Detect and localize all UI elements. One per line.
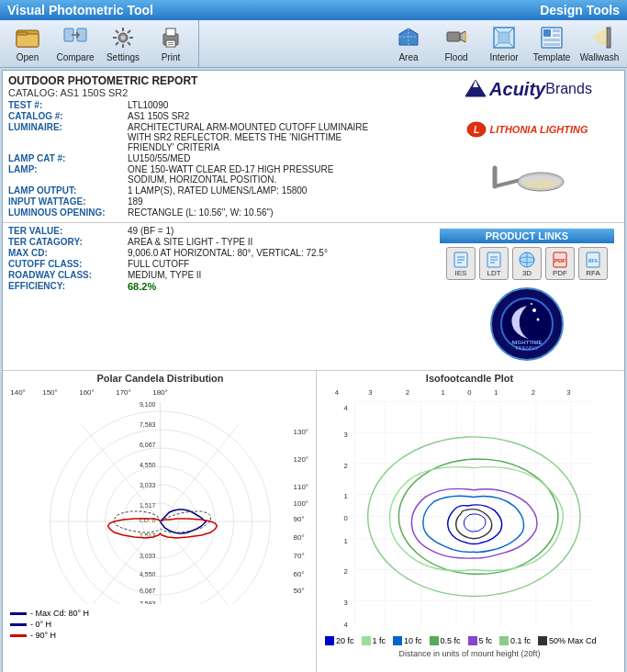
luminous-opening-label: LUMINOUS OPENING: — [8, 207, 128, 218]
area-icon — [396, 25, 421, 50]
settings-button[interactable]: Settings — [99, 22, 147, 66]
svg-rect-2 — [17, 32, 28, 35]
rfa-link-button[interactable]: RFA RFA — [578, 247, 608, 280]
compare-button[interactable]: Compare — [51, 22, 99, 66]
svg-point-22 — [463, 32, 468, 41]
svg-point-59 — [532, 308, 536, 312]
roadway-class-value: MEDIUM, TYPE II — [128, 270, 201, 280]
left-details: TER VALUE: 49 (BF = 1) TER CATAGORY: ARE… — [8, 225, 435, 368]
nighttime-badge-graphic: NIGHTTIME FRIENDLY — [499, 297, 554, 352]
max-cd-row: MAX CD: 9,006.0 AT HORIZONTAL: 80°, VERT… — [8, 248, 435, 258]
ies-link-button[interactable]: IES — [446, 247, 476, 280]
iso-legend-5fc: 5 fc — [468, 636, 493, 645]
svg-rect-1 — [17, 34, 39, 47]
svg-text:RFA: RFA — [588, 258, 598, 263]
catalog-line: CATALOG: AS1 150S SR2 — [8, 87, 435, 98]
svg-rect-31 — [553, 29, 560, 32]
3d-icon — [518, 251, 536, 269]
iso-label-10fc: 10 fc — [404, 636, 422, 645]
template-button[interactable]: Template — [528, 22, 576, 66]
acuity-brands-logo: AcuityBrands — [462, 78, 592, 100]
lithonia-logo: L LITHONIA LIGHTING — [465, 120, 588, 139]
nighttime-badge: NIGHTTIME FRIENDLY — [490, 287, 564, 361]
flood-icon — [443, 25, 469, 50]
roadway-class-label: ROADWAY CLASS: — [8, 270, 128, 280]
cutoff-class-row: CUTOFF CLASS: FULL CUTOFF — [8, 259, 435, 269]
iso-legend-0p5fc: 0.5 fc — [430, 636, 461, 645]
ldt-icon — [485, 251, 503, 269]
lamp-cat-value: LU150/55/MED — [128, 153, 190, 163]
svg-rect-28 — [498, 32, 509, 43]
iso-label-50maxcd: 50% Max Cd — [549, 636, 597, 645]
svg-rect-17 — [166, 28, 175, 36]
pdf-icon: PDF — [551, 251, 569, 269]
ldt-link-button[interactable]: LDT — [479, 247, 509, 280]
iso-chart-title: Isofootcandle Plot — [319, 373, 621, 384]
iso-label-0p1fc: 0.1 fc — [510, 636, 531, 645]
catalog-label: CATALOG #: — [8, 111, 128, 121]
main-content: OUTDOOR PHOTOMETRIC REPORT CATALOG: AS1 … — [2, 70, 625, 672]
fixture-image — [486, 159, 568, 218]
3d-link-button[interactable]: 3D — [512, 247, 542, 280]
svg-text:120°: 120° — [294, 455, 309, 464]
legend-label-0h: - 0° H — [30, 620, 51, 629]
legend-label-max-cd: - Max Cd: 80° H — [30, 609, 89, 618]
roadway-class-row: ROADWAY CLASS: MEDIUM, TYPE II — [8, 270, 435, 280]
open-button[interactable]: Open — [4, 22, 51, 66]
svg-text:170°: 170° — [116, 388, 131, 397]
legend-color-0h — [10, 623, 27, 626]
brand-area: AcuityBrands L LITHONIA LIGHTING — [435, 74, 619, 218]
iso-legend-1fc: 1 fc — [362, 636, 386, 645]
iso-color-20fc — [325, 636, 334, 645]
svg-text:4: 4 — [344, 404, 349, 412]
svg-text:140°: 140° — [10, 388, 26, 397]
ter-value-row: TER VALUE: 49 (BF = 1) — [8, 226, 435, 236]
interior-label: Interior — [489, 52, 518, 62]
pdf-link-button[interactable]: PDF PDF — [545, 247, 575, 280]
iso-label-0p5fc: 0.5 fc — [441, 636, 461, 645]
svg-text:4: 4 — [344, 621, 349, 629]
svg-text:100°: 100° — [294, 499, 309, 508]
luminaire-row: LUMINAIRE: ARCHITECTURAL ARM-MOUNTED CUT… — [8, 122, 435, 152]
print-label: Print — [162, 52, 181, 62]
iso-color-0p1fc — [499, 636, 509, 645]
legend-item-90h: - 90° H — [10, 631, 56, 640]
lamp-output-value: 1 LAMP(S), RATED LUMENS/LAMP: 15800 — [128, 185, 307, 196]
flood-button[interactable]: Flood — [432, 22, 480, 66]
wallwash-button[interactable]: Wallwash — [576, 22, 623, 66]
svg-line-12 — [116, 30, 118, 33]
svg-point-42 — [524, 180, 557, 189]
svg-text:3: 3 — [368, 388, 372, 397]
svg-text:4: 4 — [335, 388, 340, 397]
polar-chart-area: Polar Candela Distribution 180° 170° 160… — [5, 371, 317, 672]
catalog-row: CATALOG #: AS1 150S SR2 — [8, 111, 435, 121]
wallwash-label: Wallwash — [580, 52, 619, 62]
svg-text:0: 0 — [467, 388, 471, 397]
product-links-title: PRODUCT LINKS — [486, 230, 568, 241]
svg-text:1: 1 — [494, 388, 498, 397]
svg-text:3: 3 — [344, 599, 348, 607]
input-wattage-value: 189 — [128, 196, 143, 207]
design-tools-label: Design Tools — [540, 3, 620, 17]
lamp-label: LAMP: — [8, 164, 128, 185]
lithonia-icon: L — [465, 120, 487, 139]
svg-rect-21 — [447, 32, 460, 41]
test-label: TEST #: — [8, 100, 128, 110]
efficiency-row: EFFICIENCY: 68.2% — [8, 281, 435, 292]
lamp-cat-label: LAMP CAT #: — [8, 153, 128, 163]
right-details: PRODUCT LINKS IES — [435, 225, 619, 368]
svg-line-15 — [116, 42, 118, 45]
print-button[interactable]: Print — [147, 22, 195, 66]
compare-label: Compare — [56, 52, 94, 62]
svg-text:70°: 70° — [294, 552, 305, 560]
open-label: Open — [17, 52, 39, 62]
svg-text:L: L — [474, 125, 479, 135]
area-button[interactable]: Area — [385, 22, 432, 66]
ter-category-label: TER CATAGORY: — [8, 237, 128, 247]
svg-text:PDF: PDF — [554, 258, 565, 263]
svg-text:160°: 160° — [79, 388, 95, 397]
svg-text:1,517: 1,517 — [140, 502, 156, 509]
legend-item-max-cd: - Max Cd: 80° H — [10, 609, 89, 618]
interior-button[interactable]: Interior — [480, 22, 528, 66]
cutoff-class-value: FULL CUTOFF — [128, 259, 189, 269]
